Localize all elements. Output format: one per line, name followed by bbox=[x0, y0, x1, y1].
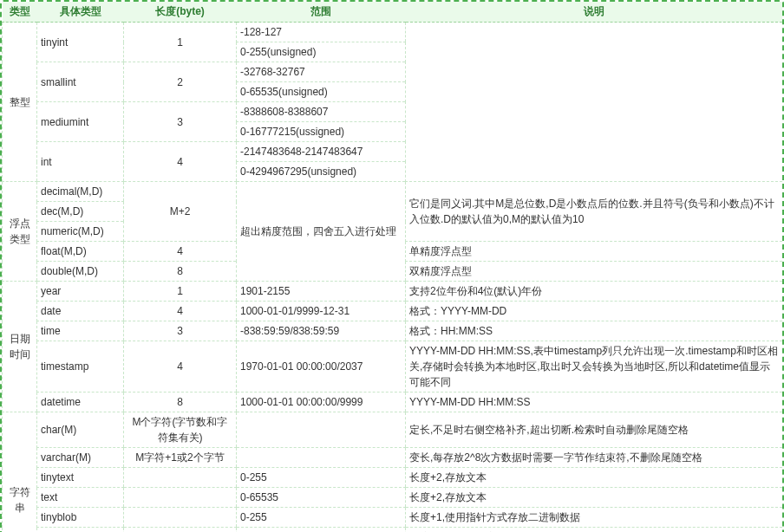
cell-subtype: tinyint bbox=[37, 23, 124, 62]
cell-length: M+2 bbox=[124, 182, 237, 242]
cell-length: 3 bbox=[124, 321, 237, 341]
cell-subtype: smallint bbox=[37, 62, 124, 102]
cell-length: 1 bbox=[124, 23, 237, 62]
cell-desc: 长度+1,使用指针方式存放二进制数据 bbox=[406, 508, 783, 528]
table-row: varchar(M) M字符+1或2个字节 变长,每存放2^8次方数据时需要一字… bbox=[3, 448, 783, 468]
cell-length: 3 bbox=[124, 102, 237, 142]
cell-range: 1901-2155 bbox=[237, 282, 406, 302]
category-int: 整型 bbox=[3, 23, 37, 182]
category-date: 日期时间 bbox=[3, 282, 37, 412]
table-row: blob 0-65535 长度+2,使用指针方式存放二进制数据 bbox=[3, 528, 783, 533]
cell-length: 1 bbox=[124, 282, 237, 302]
datatype-table-container: 类型 具体类型 长度(byte) 范围 说明 整型 tinyint 1 -128… bbox=[0, 0, 784, 532]
cell-desc: 格式：HH:MM:SS bbox=[406, 321, 783, 341]
header-type: 类型 bbox=[3, 2, 37, 23]
cell-desc: YYYY-MM-DD HH:MM:SS,表中timestamp列只允许出现一次.… bbox=[406, 341, 783, 393]
cell-length: 4 bbox=[124, 341, 237, 393]
header-desc: 说明 bbox=[406, 2, 783, 23]
cell-subtype: varchar(M) bbox=[37, 448, 124, 468]
cell-desc: 长度+2,存放文本 bbox=[406, 488, 783, 508]
cell-subtype: tinytext bbox=[37, 468, 124, 488]
table-row: 整型 tinyint 1 -128-127 bbox=[3, 23, 783, 42]
cell-length: 4 bbox=[124, 242, 237, 262]
cell-range: 0-255 bbox=[237, 468, 406, 488]
cell-subtype: time bbox=[37, 321, 124, 341]
cell-desc: 长度+2,使用指针方式存放二进制数据 bbox=[406, 528, 783, 533]
cell-length: M个字符(字节数和字符集有关) bbox=[124, 412, 237, 448]
cell-length bbox=[124, 528, 237, 533]
cell-subtype: datetime bbox=[37, 393, 124, 412]
cell-range: -838:59:59/838:59:59 bbox=[237, 321, 406, 341]
cell-subtype: numeric(M,D) bbox=[37, 222, 124, 242]
cell-desc: 变长,每存放2^8次方数据时需要一字节作结束符,不删除尾随空格 bbox=[406, 448, 783, 468]
cell-range: -32768-32767 bbox=[237, 62, 406, 82]
cell-range: 1000-01-01/9999-12-31 bbox=[237, 302, 406, 321]
table-row: time 3 -838:59:59/838:59:59 格式：HH:MM:SS bbox=[3, 321, 783, 341]
cell-desc: 定长,不足时右侧空格补齐,超出切断.检索时自动删除尾随空格 bbox=[406, 412, 783, 448]
cell-length: 8 bbox=[124, 262, 237, 282]
cell-subtype: year bbox=[37, 282, 124, 302]
table-row: tinytext 0-255 长度+2,存放文本 bbox=[3, 468, 783, 488]
cell-desc: YYYY-MM-DD HH:MM:SS bbox=[406, 393, 783, 412]
table-row: 字符串 char(M) M个字符(字节数和字符集有关) 定长,不足时右侧空格补齐… bbox=[3, 412, 783, 448]
cell-range: 0-16777215(ussigned) bbox=[237, 122, 406, 142]
cell-subtype: dec(M,D) bbox=[37, 202, 124, 222]
cell-subtype: char(M) bbox=[37, 412, 124, 448]
cell-range: 1000-01-01 00:00:00/9999 bbox=[237, 393, 406, 412]
cell-range: -128-127 bbox=[237, 23, 406, 42]
cell-subtype: decimal(M,D) bbox=[37, 182, 124, 202]
cell-desc: 双精度浮点型 bbox=[406, 262, 783, 282]
cell-subtype: int bbox=[37, 142, 124, 182]
cell-length bbox=[124, 508, 237, 528]
cell-subtype: tinyblob bbox=[37, 508, 124, 528]
cell-length: 4 bbox=[124, 302, 237, 321]
category-float: 浮点类型 bbox=[3, 182, 37, 282]
header-length: 长度(byte) bbox=[124, 2, 237, 23]
cell-range bbox=[237, 448, 406, 468]
cell-length bbox=[124, 488, 237, 508]
cell-length: 2 bbox=[124, 62, 237, 102]
cell-range: 0-255 bbox=[237, 508, 406, 528]
cell-range: 超出精度范围，四舍五入进行处理 bbox=[237, 182, 406, 282]
cell-desc: 它们是同义词.其中M是总位数,D是小数点后的位数.并且符号(负号和小数点)不计入… bbox=[406, 182, 783, 242]
cell-subtype: timestamp bbox=[37, 341, 124, 393]
header-range: 范围 bbox=[237, 2, 406, 23]
cell-desc: 长度+2,存放文本 bbox=[406, 468, 783, 488]
cell-desc bbox=[406, 23, 783, 182]
cell-range: 0-65535(unsigned) bbox=[237, 82, 406, 102]
cell-range bbox=[237, 412, 406, 448]
cell-length: 8 bbox=[124, 393, 237, 412]
cell-subtype: float(M,D) bbox=[37, 242, 124, 262]
cell-subtype: text bbox=[37, 488, 124, 508]
cell-range: 0-65535 bbox=[237, 488, 406, 508]
cell-range: 0-4294967295(unsigned) bbox=[237, 162, 406, 182]
cell-desc: 单精度浮点型 bbox=[406, 242, 783, 262]
table-row: timestamp 4 1970-01-01 00:00:00/2037 YYY… bbox=[3, 341, 783, 393]
table-row: tinyblob 0-255 长度+1,使用指针方式存放二进制数据 bbox=[3, 508, 783, 528]
table-row: datetime 8 1000-01-01 00:00:00/9999 YYYY… bbox=[3, 393, 783, 412]
cell-range: 0-65535 bbox=[237, 528, 406, 533]
table-header-row: 类型 具体类型 长度(byte) 范围 说明 bbox=[3, 2, 783, 23]
cell-length: M字符+1或2个字节 bbox=[124, 448, 237, 468]
cell-range: -2147483648-2147483647 bbox=[237, 142, 406, 162]
table-row: text 0-65535 长度+2,存放文本 bbox=[3, 488, 783, 508]
cell-range: 1970-01-01 00:00:00/2037 bbox=[237, 341, 406, 393]
cell-subtype: blob bbox=[37, 528, 124, 533]
cell-subtype: date bbox=[37, 302, 124, 321]
cell-desc: 格式：YYYY-MM-DD bbox=[406, 302, 783, 321]
cell-subtype: mediumint bbox=[37, 102, 124, 142]
datatype-table: 类型 具体类型 长度(byte) 范围 说明 整型 tinyint 1 -128… bbox=[2, 2, 782, 532]
cell-range: 0-255(unsigned) bbox=[237, 42, 406, 62]
header-subtype: 具体类型 bbox=[37, 2, 124, 23]
cell-range: -8388608-8388607 bbox=[237, 102, 406, 122]
table-row: date 4 1000-01-01/9999-12-31 格式：YYYY-MM-… bbox=[3, 302, 783, 321]
cell-desc: 支持2位年份和4位(默认)年份 bbox=[406, 282, 783, 302]
cell-length: 4 bbox=[124, 142, 237, 182]
table-row: 浮点类型 decimal(M,D) M+2 超出精度范围，四舍五入进行处理 它们… bbox=[3, 182, 783, 202]
table-row: 日期时间 year 1 1901-2155 支持2位年份和4位(默认)年份 bbox=[3, 282, 783, 302]
category-string: 字符串 bbox=[3, 412, 37, 533]
cell-subtype: double(M,D) bbox=[37, 262, 124, 282]
cell-length bbox=[124, 468, 237, 488]
